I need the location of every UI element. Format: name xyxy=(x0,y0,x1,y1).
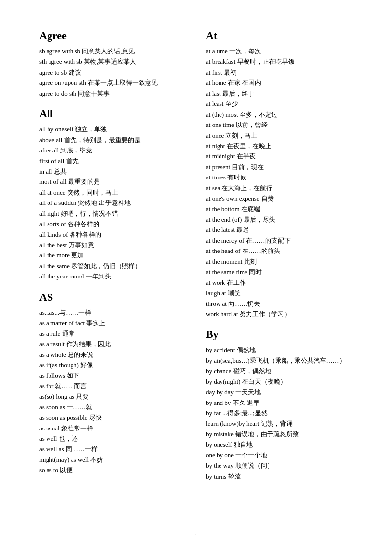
section-title-by: By xyxy=(206,328,353,341)
entry: all the same 尽管如此，仍旧（照样） xyxy=(39,261,186,271)
entry: at home 在家 在国内 xyxy=(206,77,353,88)
entry: agree to sb 建议 xyxy=(39,67,186,77)
entry: at sea 在大海上，在航行 xyxy=(206,183,353,193)
entry: agree on /upon sth 在某一点上取得一致意见 xyxy=(39,77,186,88)
entry: at last 最后，终于 xyxy=(206,88,353,99)
entry: work hard at 努力工作（学习） xyxy=(206,309,353,319)
entry: all kinds of 各种各样的 xyxy=(39,229,186,240)
two-column-layout: Agreesb agree with sb 同意某人的话,意见sth agree… xyxy=(39,29,353,481)
section-title-as: AS xyxy=(39,291,186,303)
left-column: Agreesb agree with sb 同意某人的话,意见sth agree… xyxy=(39,29,186,481)
entry: after all 到底，毕竟 xyxy=(39,145,186,155)
entry: at the head of 在……的前头 xyxy=(206,246,353,256)
entry: at a time 一次，每次 xyxy=(206,46,353,56)
entry: might(may) as well 不妨 xyxy=(39,454,186,465)
entry: at once 立刻，马上 xyxy=(206,130,353,141)
entry: all sorts of 各种各样的 xyxy=(39,219,186,229)
entry: as a whole 总的来说 xyxy=(39,350,186,360)
entry: as a rule 通常 xyxy=(39,328,186,339)
entry: by the way 顺便说（问） xyxy=(206,460,353,471)
section-title-agree: Agree xyxy=(39,29,186,42)
entry: at the end (of) 最后，尽头 xyxy=(206,214,353,225)
entry: most of all 最重要的是 xyxy=(39,177,186,187)
entry: at the mercy of 在……的支配下 xyxy=(206,235,353,246)
entry: at one time 以前，曾经 xyxy=(206,120,353,130)
entry: all at once 突然，同时，马上 xyxy=(39,187,186,198)
entry: at the same time 同时 xyxy=(206,267,353,277)
right-column: Atat a time 一次，每次at breakfast 早餐时，正在吃早饭a… xyxy=(206,29,353,481)
entry: as(so) long as 只要 xyxy=(39,391,186,402)
entry: as for 就……而言 xyxy=(39,381,186,391)
entry: all right 好吧，行，情况不错 xyxy=(39,208,186,219)
entry: agree to do sth 同意干某事 xyxy=(39,88,186,99)
entry: by accident 偶然地 xyxy=(206,345,353,355)
section-title-all: All xyxy=(39,107,186,120)
entry: as if(as though) 好像 xyxy=(39,360,186,370)
entry: at night 在夜里，在晚上 xyxy=(206,141,353,151)
entry: at the bottom 在底端 xyxy=(206,204,353,214)
entry: as soon as possible 尽快 xyxy=(39,412,186,423)
entry: all the more 更加 xyxy=(39,250,186,260)
entry: at first 最初 xyxy=(206,67,353,77)
entry: sth agree with sb 某物,某事适应某人 xyxy=(39,56,186,67)
entry: by far ...得多;最...;显然 xyxy=(206,408,353,418)
entry: as...as...与……一样 xyxy=(39,307,186,318)
entry: at breakfast 早餐时，正在吃早饭 xyxy=(206,56,353,67)
entry: at midnight 在半夜 xyxy=(206,151,353,161)
entry: learn (know)by heart 记熟，背诵 xyxy=(206,418,353,429)
entry: by and by 不久 退早 xyxy=(206,398,353,408)
entry: by air(sea,bus…)乘飞机（乘船，乘公共汽车……） xyxy=(206,355,353,366)
entry: at one's own expense 自费 xyxy=(206,193,353,203)
entry: sb agree with sb 同意某人的话,意见 xyxy=(39,46,186,56)
entry: all the best 万事如意 xyxy=(39,240,186,250)
entry: at the moment 此刻 xyxy=(206,256,353,267)
entry: as a matter of fact 事实上 xyxy=(39,318,186,328)
entry: at work 在工作 xyxy=(206,278,353,288)
entry: laugh at 嘲笑 xyxy=(206,288,353,298)
entry: by mistake 错误地，由于疏忽所致 xyxy=(206,429,353,439)
entry: throw at 向……扔去 xyxy=(206,299,353,309)
entry: all the year round 一年到头 xyxy=(39,271,186,281)
entry: one by one 一个一个地 xyxy=(206,450,353,460)
entry: by chance 碰巧，偶然地 xyxy=(206,366,353,376)
page: Agreesb agree with sb 同意某人的话,意见sth agree… xyxy=(0,0,392,555)
entry: as follows 如下 xyxy=(39,370,186,380)
entry: day by day 一天天地 xyxy=(206,387,353,397)
entry: by oneself 独自地 xyxy=(206,439,353,450)
entry: as well 也，还 xyxy=(39,433,186,444)
entry: all of a sudden 突然地;出乎意料地 xyxy=(39,198,186,208)
entry: all by oneself 独立，单独 xyxy=(39,124,186,134)
entry: at times 有时候 xyxy=(206,172,353,182)
entry: in all 总共 xyxy=(39,166,186,177)
entry: at the latest 最迟 xyxy=(206,225,353,235)
entry: at least 至少 xyxy=(206,99,353,109)
entry: as a result 作为结果，因此 xyxy=(39,339,186,349)
entry: so as to 以便 xyxy=(39,465,186,475)
entry: as soon as 一……就 xyxy=(39,402,186,412)
entry: by day(night) 在白天（夜晚） xyxy=(206,377,353,387)
entry: at present 目前，现在 xyxy=(206,162,353,172)
entry: by turns 轮流 xyxy=(206,471,353,481)
entry: at (the) most 至多，不超过 xyxy=(206,109,353,120)
entry: above all 首先，特别是，最重要的是 xyxy=(39,135,186,145)
section-title-at: At xyxy=(206,29,353,42)
entry: first of all 首先 xyxy=(39,156,186,166)
entry: as usual 象往常一样 xyxy=(39,423,186,433)
entry: as well as 同……一样 xyxy=(39,444,186,454)
page-number: 1 xyxy=(195,532,198,540)
